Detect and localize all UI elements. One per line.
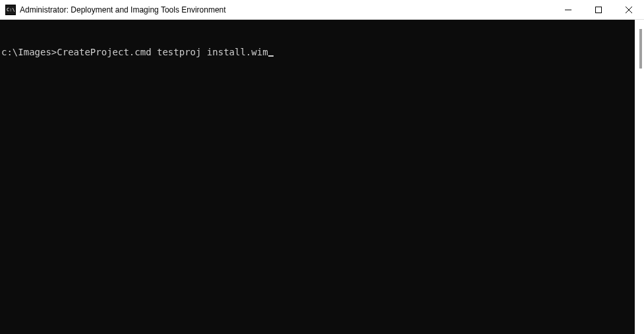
svg-text:C:\: C:\ [7,7,15,13]
maximize-button[interactable] [583,0,614,20]
close-button[interactable] [614,0,644,20]
svg-rect-4 [596,7,602,13]
maximize-icon [595,7,602,13]
window-controls [553,0,644,19]
scrollbar-track[interactable] [635,20,644,334]
terminal-area: c:\Images>CreateProject.cmd testproj ins… [0,20,644,334]
terminal-prompt: c:\Images> [1,46,57,58]
cursor [268,55,274,57]
terminal[interactable]: c:\Images>CreateProject.cmd testproj ins… [0,20,635,334]
terminal-line: c:\Images>CreateProject.cmd testproj ins… [1,46,633,58]
minimize-icon [565,7,571,13]
minimize-button[interactable] [553,0,583,20]
window-title: Administrator: Deployment and Imaging To… [20,5,553,14]
scrollbar-thumb[interactable] [639,29,642,69]
terminal-command: CreateProject.cmd testproj install.wim [57,46,268,58]
titlebar: C:\ Administrator: Deployment and Imagin… [0,0,644,20]
close-icon [626,7,632,13]
cmd-icon: C:\ [5,5,16,15]
